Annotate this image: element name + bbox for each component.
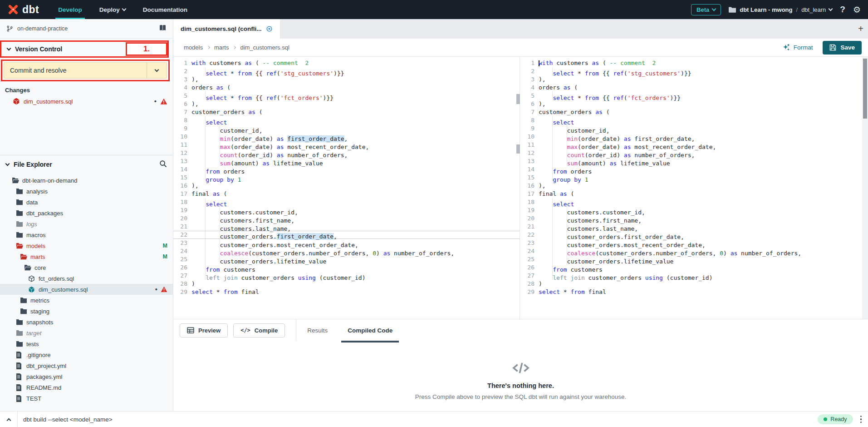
tree-item-core[interactable]: core (0, 262, 173, 273)
command-input[interactable]: dbt build --select <model_name> (23, 416, 113, 423)
code-line-28[interactable]: 28) (520, 280, 862, 288)
code-line-22[interactable]: 22customer_orders.first_order_date, (173, 231, 520, 239)
code-line-12[interactable]: 12count(order_id) as number_of_orders, (520, 149, 862, 157)
code-line-15[interactable]: 15group by 1 (520, 174, 862, 182)
code-line-6[interactable]: 6), (520, 100, 862, 108)
tab-dim-customers[interactable]: dim_customers.sql (confli... (173, 19, 280, 39)
tree-item-dim-customers-sql[interactable]: dim_customers.sql• (0, 284, 173, 295)
commit-dropdown-toggle[interactable] (147, 63, 167, 78)
code-line-8[interactable]: 8select (520, 116, 862, 124)
project-dropdown[interactable]: dbt_learn (801, 6, 832, 13)
nav-item-documentation[interactable]: Documentation (143, 0, 187, 19)
tree-item-staging[interactable]: staging (0, 306, 173, 317)
code-line-23[interactable]: 23customer_orders.most_recent_order_date… (173, 239, 520, 247)
code-line-17[interactable]: 17final as ( (520, 190, 862, 198)
code-line-11[interactable]: 11max(order_date) as most_recent_order_d… (520, 141, 862, 149)
beta-dropdown[interactable]: Beta (691, 4, 721, 15)
tree-item--gitignore[interactable]: .gitignore (0, 349, 173, 360)
code-line-28[interactable]: 28) (173, 280, 520, 288)
code-line-13[interactable]: 13sum(amount) as lifetime_value (520, 157, 862, 165)
tree-item-dbt-packages[interactable]: dbt_packages (0, 208, 173, 218)
editor-pane-left[interactable]: 1with customers as ( -- comment 22select… (173, 57, 520, 319)
code-line-21[interactable]: 21customers.last_name, (520, 223, 862, 231)
tree-item-packages-yml[interactable]: packages.yml (0, 371, 173, 382)
code-line-1[interactable]: 1with customers as ( -- comment 2 (173, 59, 520, 67)
code-line-18[interactable]: 18select (520, 198, 862, 206)
code-line-19[interactable]: 19customers.customer_id, (520, 206, 862, 214)
code-line-17[interactable]: 17final as ( (173, 190, 520, 198)
format-button[interactable]: Format (782, 44, 813, 51)
editor-pane-right[interactable]: 1with customers as ( -- comment 22select… (520, 57, 862, 319)
tree-item-analysis[interactable]: analysis (0, 186, 173, 197)
changed-file-dim-customers[interactable]: dim_customers.sql • (0, 98, 173, 105)
code-line-2[interactable]: 2select * from {{ ref('stg_customers')}} (173, 67, 520, 75)
breadcrumb-models[interactable]: models (184, 44, 203, 51)
file-explorer-header[interactable]: File Explorer (0, 155, 173, 173)
code-line-3[interactable]: 3), (173, 75, 520, 84)
tree-item-readme-md[interactable]: README.md (0, 382, 173, 393)
code-line-12[interactable]: 12count(order_id) as number_of_orders, (173, 149, 520, 157)
code-line-5[interactable]: 5select * from {{ ref('fct_orders')}} (173, 92, 520, 100)
code-line-7[interactable]: 7customer_orders as ( (173, 108, 520, 116)
code-line-16[interactable]: 16), (520, 182, 862, 190)
tree-item-target[interactable]: target (0, 328, 173, 338)
docs-book-icon[interactable] (159, 25, 167, 33)
code-line-4[interactable]: 4orders as ( (173, 84, 520, 92)
tree-item-models[interactable]: modelsM (0, 240, 173, 251)
collapse-toggle[interactable] (0, 417, 17, 422)
tree-item-snapshots[interactable]: snapshots (0, 317, 173, 328)
tree-item-data[interactable]: data (0, 197, 173, 208)
preview-button[interactable]: Preview (180, 323, 228, 338)
code-line-14[interactable]: 14from orders (173, 165, 520, 174)
code-line-9[interactable]: 9customer_id, (520, 124, 862, 133)
code-line-5[interactable]: 5select * from {{ ref('fct_orders')}} (520, 92, 862, 100)
code-line-25[interactable]: 25customer_orders.lifetime_value (173, 255, 520, 263)
scrollbar-thumb[interactable] (863, 59, 867, 119)
tab-compiled-code[interactable]: Compiled Code (338, 319, 402, 341)
code-line-22[interactable]: 22customer_orders.first_order_date, (520, 231, 862, 239)
status-badge-ready[interactable]: Ready (818, 414, 853, 424)
editor-scrollbar[interactable] (862, 57, 868, 319)
code-line-8[interactable]: 8select (173, 116, 520, 124)
tree-item-test[interactable]: TEST (0, 393, 173, 404)
code-line-9[interactable]: 9customer_id, (173, 124, 520, 133)
commit-and-resolve-button[interactable]: Commit and resolve (4, 62, 167, 79)
tab-results[interactable]: Results (297, 319, 338, 341)
code-line-27[interactable]: 27left join customer_orders using (custo… (520, 272, 862, 280)
code-line-25[interactable]: 25customer_orders.lifetime_value (520, 255, 862, 263)
tree-item-marts[interactable]: martsM (0, 251, 173, 262)
code-line-14[interactable]: 14from orders (520, 165, 862, 174)
dbt-logo[interactable]: dbt (7, 4, 39, 16)
code-line-1[interactable]: 1with customers as ( -- comment 2 (520, 59, 862, 67)
tree-item-logs[interactable]: logs (0, 218, 173, 229)
code-line-10[interactable]: 10min(order_date) as first_order_date, (520, 133, 862, 141)
code-line-20[interactable]: 20customers.first_name, (173, 214, 520, 223)
code-line-13[interactable]: 13sum(amount) as lifetime_value (173, 157, 520, 165)
code-line-7[interactable]: 7customer_orders as ( (520, 108, 862, 116)
branch-name[interactable]: on-demand-practice (17, 25, 68, 32)
version-control-header[interactable]: Version Control 1. (0, 40, 169, 58)
code-line-3[interactable]: 3), (520, 75, 862, 84)
help-icon[interactable]: ? (840, 5, 845, 15)
search-icon[interactable] (159, 160, 167, 169)
code-line-15[interactable]: 15group by 1 (173, 174, 520, 182)
code-line-26[interactable]: 26from customers (173, 263, 520, 272)
code-line-11[interactable]: 11max(order_date) as most_recent_order_d… (173, 141, 520, 149)
gear-icon[interactable]: ⚙ (853, 5, 861, 15)
code-line-19[interactable]: 19customers.customer_id, (173, 206, 520, 214)
code-line-24[interactable]: 24coalesce(customer_orders.number_of_ord… (173, 247, 520, 255)
code-line-29[interactable]: 29select * from final (520, 288, 862, 296)
code-line-27[interactable]: 27left join customer_orders using (custo… (173, 272, 520, 280)
tree-item-dbt-project-yml[interactable]: dbt_project.yml (0, 360, 173, 371)
code-line-6[interactable]: 6), (173, 100, 520, 108)
code-line-21[interactable]: 21customers.last_name, (173, 223, 520, 231)
code-line-24[interactable]: 24coalesce(customer_orders.number_of_ord… (520, 247, 862, 255)
tree-item-dbt-learn-on-demand[interactable]: dbt-learn-on-demand (0, 175, 173, 186)
code-line-23[interactable]: 23customer_orders.most_recent_order_date… (520, 239, 862, 247)
nav-item-develop[interactable]: Develop (58, 0, 82, 19)
save-button[interactable]: Save (823, 41, 862, 55)
tree-item-fct-orders-sql[interactable]: fct_orders.sql (0, 273, 173, 284)
breadcrumb-file[interactable]: dim_customers.sql (240, 44, 289, 51)
code-line-20[interactable]: 20customers.first_name, (520, 214, 862, 223)
compile-button[interactable]: </> Compile (233, 323, 285, 338)
